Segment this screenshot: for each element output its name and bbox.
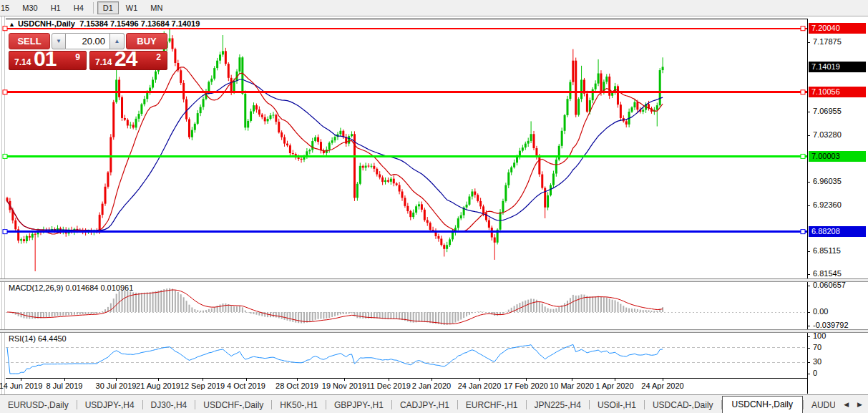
date-axis-tick [246, 378, 247, 381]
chart-tab[interactable]: USDCHF-,Daily [195, 397, 271, 413]
chart-tab[interactable]: GBPJPY-,H1 [326, 397, 391, 413]
date-axis-tick [479, 378, 480, 381]
price-level-badge: 7.20040 [809, 23, 866, 34]
date-axis-tick [526, 378, 527, 381]
tab-scroll-right-icon[interactable]: ▶ [853, 399, 867, 410]
level-line-handle[interactable] [801, 90, 805, 94]
rsi-label: RSI(14) 64.4450 [9, 334, 67, 343]
price-axis-label: 6.85115 [813, 246, 841, 255]
price-axis-label: 6.81545 [813, 269, 842, 278]
chart-title: ▲USDCNH-,Daily 7.15384 7.15496 7.13684 7… [9, 19, 200, 28]
rsi-splitter[interactable] [0, 329, 868, 333]
date-axis-tick [116, 378, 117, 381]
chart-tab[interactable]: USOil-,H1 [590, 397, 644, 413]
trade-prices-row: 7.14 01 9 7.14 24 2 [9, 51, 167, 70]
price-axis-tick [807, 182, 810, 183]
rsi-axis-tick [807, 348, 810, 349]
chart-expand-icon[interactable]: ▲ [9, 21, 15, 28]
chart-tab[interactable]: JPN225-,H4 [527, 397, 589, 413]
date-axis-tick [297, 378, 298, 381]
symbol-tab-bar: EURUSD-,DailyUSDJPY-,H4DJ30-,H4USDCHF-,D… [0, 394, 868, 413]
price-axis-tick [807, 112, 810, 112]
price-axis-tick [807, 42, 810, 43]
chart-tab[interactable]: USDJPY-,H4 [77, 397, 142, 413]
level-line-handle[interactable] [801, 154, 805, 158]
chart-tab[interactable]: USDCAD-,Daily [645, 397, 721, 413]
date-axis-tick [572, 378, 572, 381]
buy-price-panel[interactable]: 7.14 24 2 [89, 51, 167, 70]
buy-price-pips: 24 [114, 47, 137, 71]
level-line-handle[interactable] [801, 230, 805, 234]
chart-tab[interactable]: HK50-,H1 [272, 397, 326, 413]
macd-label: MACD(12,26,9) 0.014684 0.010961 [9, 283, 133, 292]
chart-tab[interactable]: DJ30-,H4 [143, 397, 195, 413]
rsi-axis-label: 100 [813, 331, 826, 340]
price-level-badge: 6.88208 [809, 226, 866, 237]
macd-group [6, 288, 807, 325]
rsi-axis-tick [807, 362, 810, 363]
date-axis-tick [615, 378, 615, 381]
chart-tab[interactable]: USDCNH-,Daily [722, 396, 803, 413]
price-axis-label: 7.03280 [813, 130, 842, 139]
date-axis-tick [64, 378, 65, 381]
buy-price-head: 7.14 [95, 57, 112, 67]
chart-tab[interactable]: CADJPY-,H1 [392, 397, 457, 413]
rsi-axis-tick [807, 336, 810, 337]
level-line-handle[interactable] [3, 154, 7, 158]
price-axis-tick [807, 205, 810, 206]
price-axis-label: 7.17875 [813, 37, 842, 46]
level-line-handle[interactable] [801, 26, 805, 31]
level-line-handle[interactable] [3, 230, 7, 234]
date-axis-tick [21, 378, 21, 381]
tab-scroll-arrows: ◀▶ [835, 395, 867, 413]
date-axis-label: 24 Apr 2020 [630, 382, 695, 390]
macd-axis-tick [807, 286, 810, 286]
rsi-axis-label: 70 [813, 343, 821, 351]
chart-symbol-label: USDCNH-,Daily [18, 19, 75, 28]
level-line-handle[interactable] [3, 90, 7, 94]
rsi-group [6, 344, 807, 374]
macd-axis-label: 0.00 [813, 307, 828, 316]
macd-axis-label: 0.060657 [813, 281, 846, 289]
price-level-badge: 7.10056 [809, 87, 866, 97]
price-axis-tick [807, 251, 810, 252]
volume-input[interactable] [66, 33, 110, 49]
sell-price-head: 7.14 [14, 57, 31, 67]
chart-tab[interactable]: EURCHF-,H1 [458, 397, 526, 413]
price-level-badge: 7.14019 [809, 62, 866, 72]
chart-tab[interactable]: EURUSD-,Daily [0, 397, 77, 413]
price-axis-label: 7.06955 [813, 107, 842, 115]
price-axis-tick [807, 274, 810, 275]
macd-current-values: 0.014684 0.010961 [65, 283, 133, 292]
rsi-current-value: 64.4450 [38, 334, 67, 343]
buy-price-point: 2 [156, 52, 161, 62]
tab-scroll-left-icon[interactable]: ◀ [839, 399, 853, 410]
date-axis-tick [158, 378, 159, 381]
date-axis-tick [344, 378, 345, 381]
panel-borders [6, 19, 808, 394]
date-axis-tick [663, 378, 663, 381]
volume-spinner: ▼ ▲ [52, 33, 125, 49]
price-axis-label: 6.96035 [813, 177, 842, 185]
macd-axis-tick [807, 326, 810, 326]
price-level-badge: 7.00003 [809, 151, 866, 162]
sell-price-pips: 01 [34, 47, 56, 71]
date-axis-tick [203, 378, 203, 381]
price-axis-label: 6.92360 [813, 200, 842, 209]
rsi-axis-tick [807, 374, 810, 374]
macd-axis-tick [807, 312, 810, 313]
sell-price-panel[interactable]: 7.14 01 9 [9, 51, 87, 70]
macd-axis-label: -0.039792 [813, 321, 849, 329]
trading-terminal: 15M30H1H4D1W1MN ▲USDCNH-,Daily 7.15384 7… [0, 0, 868, 413]
rsi-axis-label: 30 [813, 357, 821, 366]
chart-ohlc-values: 7.15384 7.15496 7.13684 7.14019 [79, 19, 200, 28]
date-axis-tick [431, 378, 432, 381]
sell-price-point: 9 [75, 52, 80, 62]
trade-controls-row: SELL ▼ ▲ BUY [9, 33, 167, 49]
price-axis-tick [807, 135, 810, 136]
rsi-axis-label: 0 [813, 369, 817, 377]
one-click-trade-widget: SELL ▼ ▲ BUY 7.14 01 9 7.14 24 2 [9, 33, 167, 70]
level-line-handle[interactable] [3, 26, 7, 31]
macd-splitter[interactable] [0, 278, 868, 282]
date-axis-tick [389, 378, 389, 381]
